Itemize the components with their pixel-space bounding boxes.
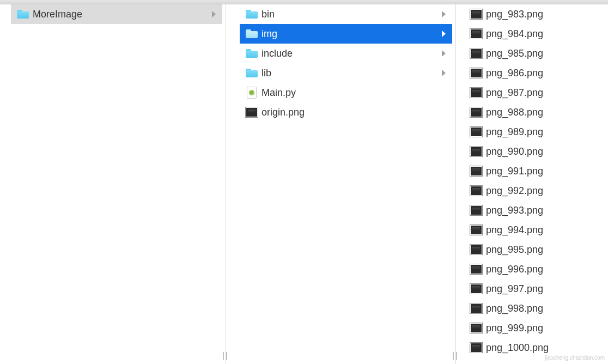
icon-slot: [469, 245, 484, 254]
list-item[interactable]: png_995.png: [464, 240, 608, 259]
image-file-icon: [470, 48, 482, 58]
image-file-icon: [470, 284, 482, 294]
item-label: png_994.png: [486, 225, 604, 236]
icon-slot: [244, 29, 259, 38]
icon-slot: [469, 205, 484, 215]
item-label: img: [262, 28, 442, 40]
icon-slot: [15, 10, 31, 19]
item-label: Main.py: [262, 87, 448, 99]
item-label: png_992.png: [486, 185, 604, 197]
list-item[interactable]: img: [240, 24, 452, 44]
watermark: jiaocheng.chazidian.com: [545, 355, 605, 361]
list-item[interactable]: png_999.png: [464, 318, 608, 338]
list-item[interactable]: png_989.png: [464, 122, 608, 142]
icon-slot: [469, 186, 484, 196]
icon-slot: [244, 107, 259, 117]
chevron-right-icon: [212, 11, 216, 17]
image-file-icon: [470, 323, 482, 333]
list-item[interactable]: origin.png: [240, 102, 452, 122]
list-item[interactable]: png_988.png: [464, 102, 608, 122]
folder-icon: [246, 10, 258, 19]
item-label: png_984.png: [486, 28, 604, 40]
list-item[interactable]: bin: [240, 4, 452, 24]
image-file-icon: [470, 88, 482, 98]
image-file-icon: [470, 225, 482, 235]
folder-icon: [17, 10, 29, 19]
icon-slot: [469, 225, 484, 235]
item-label: png_996.png: [486, 264, 604, 275]
list-item[interactable]: png_997.png: [464, 279, 608, 299]
item-label: lib: [262, 68, 442, 79]
list-item[interactable]: png_991.png: [464, 161, 608, 181]
image-file-icon: [470, 186, 482, 196]
list-item[interactable]: png_987.png: [464, 83, 608, 102]
icon-slot: [469, 29, 484, 39]
chevron-right-icon: [442, 70, 446, 76]
list-item[interactable]: include: [240, 44, 452, 63]
item-label: png_989.png: [486, 126, 604, 138]
image-file-icon: [470, 304, 482, 313]
list-item[interactable]: lib: [240, 63, 452, 83]
column-3[interactable]: png_983.pngpng_984.pngpng_985.pngpng_986…: [459, 4, 608, 364]
image-file-icon: [470, 166, 482, 176]
image-file-icon: [470, 205, 482, 215]
item-label: png_990.png: [486, 146, 604, 157]
list-item[interactable]: png_985.png: [464, 44, 608, 63]
item-label: png_983.png: [486, 9, 604, 20]
list-item[interactable]: png_983.png: [464, 4, 608, 24]
image-file-icon: [470, 127, 482, 137]
icon-slot: [244, 10, 259, 19]
column-separator-1[interactable]: ||: [222, 4, 229, 364]
image-file-icon: [470, 245, 482, 254]
item-label: png_986.png: [486, 68, 604, 79]
item-label: png_999.png: [486, 323, 604, 334]
finder-column-view: MoreImage || binimgincludelibMain.pyorig…: [0, 4, 608, 364]
icon-slot: [469, 147, 484, 156]
column-separator-2[interactable]: ||: [452, 4, 459, 364]
python-file-icon: [247, 87, 257, 99]
item-label: png_991.png: [486, 166, 604, 177]
icon-slot: [469, 264, 484, 274]
item-label: png_1000.png: [486, 342, 604, 354]
icon-slot: [469, 343, 484, 353]
list-item[interactable]: MoreImage: [11, 4, 222, 24]
icon-slot: [469, 48, 484, 58]
icon-slot: [469, 9, 484, 19]
item-label: png_997.png: [486, 283, 604, 295]
list-item[interactable]: png_986.png: [464, 63, 608, 83]
item-label: png_987.png: [486, 87, 604, 99]
window-titlebar: [0, 0, 608, 4]
folder-icon: [246, 49, 258, 58]
item-label: png_998.png: [486, 303, 604, 314]
image-file-icon: [470, 107, 482, 117]
icon-slot: [244, 87, 259, 99]
image-file-icon: [470, 343, 482, 353]
image-file-icon: [470, 29, 482, 39]
icon-slot: [469, 304, 484, 313]
icon-slot: [244, 49, 259, 58]
list-item[interactable]: Main.py: [240, 83, 452, 102]
icon-slot: [469, 284, 484, 294]
resize-handle-icon[interactable]: ||: [452, 351, 458, 360]
icon-slot: [469, 127, 484, 137]
list-item[interactable]: png_998.png: [464, 299, 608, 318]
item-label: png_985.png: [486, 48, 604, 59]
image-file-icon: [470, 68, 482, 78]
list-item[interactable]: png_994.png: [464, 220, 608, 240]
folder-icon: [246, 69, 258, 77]
resize-handle-icon[interactable]: ||: [222, 351, 228, 360]
item-label: png_988.png: [486, 107, 604, 118]
list-item[interactable]: png_993.png: [464, 201, 608, 220]
icon-slot: [244, 69, 259, 77]
item-label: png_993.png: [486, 205, 604, 216]
column-1[interactable]: MoreImage: [0, 4, 222, 364]
list-item[interactable]: png_992.png: [464, 181, 608, 201]
icon-slot: [469, 88, 484, 98]
column-2[interactable]: binimgincludelibMain.pyorigin.png: [229, 4, 452, 364]
item-label: origin.png: [262, 107, 448, 118]
list-item[interactable]: png_996.png: [464, 259, 608, 279]
list-item[interactable]: png_990.png: [464, 142, 608, 161]
list-item[interactable]: png_984.png: [464, 24, 608, 44]
image-file-icon: [470, 147, 482, 156]
icon-slot: [469, 68, 484, 78]
